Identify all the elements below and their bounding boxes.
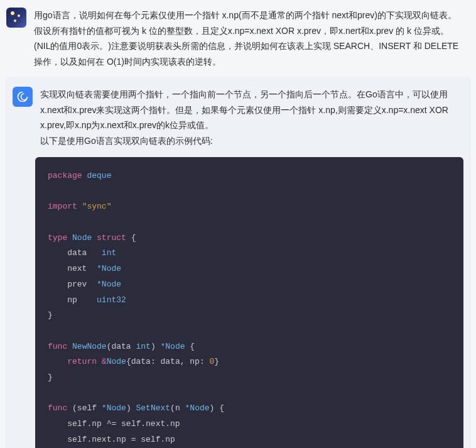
code-identifier: deque (87, 171, 111, 180)
code-params: (data (107, 342, 131, 351)
code-text: } (214, 357, 219, 366)
code-keyword: package (48, 171, 82, 180)
assistant-text-p2: 以下是使用Go语言实现双向链表的示例代码: (40, 136, 213, 146)
code-type: int (136, 342, 150, 351)
code-type: *Node (160, 342, 185, 351)
user-message-row: 用go语言，说明如何在每个元素仅使用一个指针 x.np(而不是通常的两个指针 n… (0, 0, 476, 74)
code-receiver: (self (72, 403, 97, 413)
code-field: next (67, 264, 87, 273)
code-field: np (67, 295, 77, 305)
code-type: int (102, 248, 116, 258)
code-type: *Node (185, 403, 210, 413)
assistant-message-body: 实现双向链表需要使用两个指针，一个指向前一个节点，另一个指向后一个节点。在Go语… (40, 87, 463, 148)
code-type: *Node (102, 403, 126, 413)
code-text: {data: data, np: (126, 357, 205, 366)
code-text: ) { (210, 403, 224, 413)
code-line: self.next.np = self.np (67, 435, 175, 444)
code-keyword: import (48, 202, 77, 211)
user-avatar (6, 8, 26, 28)
code-text: ) (126, 403, 131, 413)
conversation-container: 用go语言，说明如何在每个元素仅使用一个指针 x.np(而不是通常的两个指针 n… (0, 0, 476, 448)
code-operator: & (102, 357, 107, 366)
code-field: data (67, 248, 87, 258)
assistant-message-container: 实现双向链表需要使用两个指针，一个指向前一个节点，另一个指向后一个节点。在Go语… (5, 77, 471, 448)
code-type: *Node (97, 280, 121, 289)
code-line: self.np ^= self.next.np (67, 419, 180, 429)
code-keyword: return (67, 357, 97, 366)
code-type: uint32 (97, 295, 126, 305)
code-type: Node (72, 233, 92, 243)
assistant-message-row: 实现双向链表需要使用两个指针，一个指向前一个节点，另一个指向后一个节点。在Go语… (5, 77, 471, 153)
code-block[interactable]: package deque import "sync" type Node st… (35, 157, 463, 448)
code-type: Node (107, 357, 126, 366)
assistant-text-p1: 实现双向链表需要使用两个指针，一个指向前一个节点，另一个指向后一个节点。在Go语… (40, 89, 448, 130)
code-func-name: SetNext (136, 403, 171, 413)
code-func-name: NewNode (72, 342, 107, 351)
code-field: prev (67, 280, 87, 289)
code-brace: } (48, 373, 53, 382)
user-message-text: 用go语言，说明如何在每个元素仅使用一个指针 x.np(而不是通常的两个指针 n… (34, 8, 470, 69)
code-keyword: struct (97, 233, 126, 243)
code-params: (n (170, 403, 180, 413)
code-type: *Node (97, 264, 121, 273)
assistant-avatar (13, 87, 33, 107)
code-brace: { (131, 233, 136, 243)
code-keyword: func (48, 403, 67, 413)
code-keyword: func (48, 342, 67, 351)
code-brace: { (190, 342, 195, 351)
code-brace: } (48, 310, 53, 320)
code-string: "sync" (82, 202, 112, 211)
swirl-icon (16, 90, 29, 103)
code-keyword: type (48, 233, 67, 243)
